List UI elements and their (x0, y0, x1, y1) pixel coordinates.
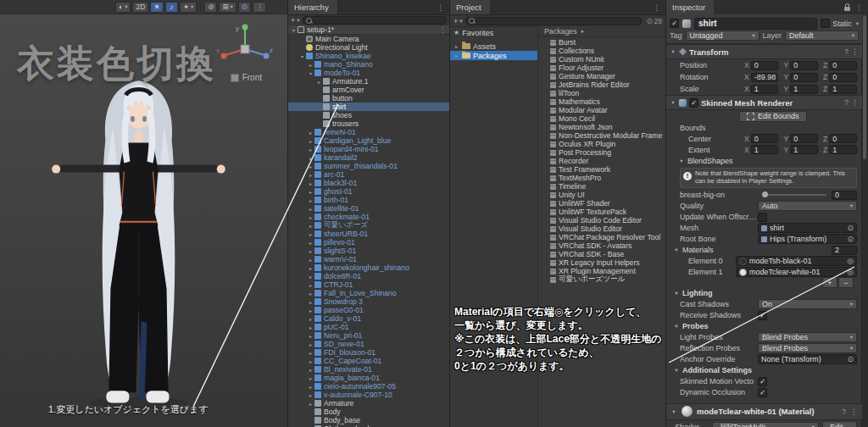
skinned-mesh-renderer-header[interactable]: ▾ Skinned Mesh Renderer ? ⋮ (666, 95, 862, 110)
package-item-Recorder[interactable]: Recorder (538, 157, 665, 165)
dynamic-occlusion-checkbox[interactable] (758, 388, 767, 397)
folder-packages[interactable]: ▸ Packages (450, 51, 537, 60)
foldout-arrow-icon[interactable]: ▸ (307, 257, 314, 263)
foldout-arrow-icon[interactable]: ▾ (298, 53, 306, 59)
foldout-arrow-icon[interactable]: ▸ (307, 164, 314, 169)
hierarchy-item-Body_base[interactable]: Body_base (288, 416, 449, 424)
draw-mode-dropdown[interactable]: ◐▾ (115, 2, 131, 13)
foldout-arrow-icon[interactable]: ▸ (307, 274, 314, 280)
package-item-Floor Adjuster[interactable]: Floor Adjuster (538, 64, 665, 72)
materials-count-field[interactable]: 2 (832, 246, 857, 255)
foldout-arrow-icon[interactable]: ▸ (453, 43, 459, 49)
foldout-arrow-icon[interactable]: ▸ (307, 197, 314, 203)
hierarchy-item-v-autunnale-C907-10[interactable]: ▸v-autunnale-C907-10 (288, 391, 449, 399)
hierarchy-item-pUC-01[interactable]: ▸pUC-01 (288, 323, 449, 331)
foldout-arrow-icon[interactable]: ▸ (307, 130, 314, 136)
foldout-arrow-icon[interactable]: ▾ (307, 70, 314, 76)
package-item-Unity UI[interactable]: Unity UI (538, 191, 665, 199)
package-item-Timeline[interactable]: Timeline (538, 182, 665, 191)
package-item-lilToon[interactable]: lilToon (538, 89, 665, 97)
scale-x-field[interactable]: 1 (751, 85, 779, 94)
light-probes-dropdown[interactable]: Blend Probes▾ (758, 332, 857, 342)
foldout-arrow-icon[interactable]: ▸ (307, 172, 314, 178)
foldout-arrow-icon[interactable]: ▸ (307, 299, 314, 305)
extent-x-field[interactable]: 1 (751, 145, 779, 154)
element-0-object-picker[interactable]: ◎ (847, 257, 854, 265)
shader-edit-button[interactable]: Edit... (822, 421, 857, 427)
scene-options-icon[interactable]: ⋮ (439, 26, 449, 34)
hierarchy-item-satellite-01[interactable]: ▸satellite-01 (288, 204, 449, 213)
hierarchy-item-Snowdrop 3[interactable]: ▸Snowdrop 3 (288, 297, 449, 306)
package-item-Test Framework[interactable]: Test Framework (538, 165, 665, 174)
hierarchy-item-FDI_blouson-01[interactable]: ▸FDI_blouson-01 (288, 348, 449, 357)
package-item-Mono Cecil[interactable]: Mono Cecil (538, 114, 665, 123)
foldout-arrow-icon[interactable]: ▸ (307, 308, 314, 313)
hierarchy-search-input[interactable] (303, 16, 447, 25)
project-search-input[interactable] (465, 17, 643, 25)
hierarchy-item-Shinano_kisekae[interactable]: ▾Shinano_kisekae (288, 52, 449, 60)
foldout-arrow-icon[interactable]: ▸ (307, 265, 314, 271)
position-y-field[interactable]: 0 (790, 61, 818, 70)
foldout-arrow-icon[interactable]: ▸ (307, 62, 314, 68)
foldout-arrow-icon[interactable]: ▾ (673, 323, 680, 330)
static-checkbox[interactable] (821, 19, 830, 28)
hierarchy-item-Cardigan_Light_blue[interactable]: ▸Cardigan_Light_blue (288, 136, 449, 145)
folder-assets[interactable]: ▸ Assets (450, 42, 537, 51)
foldout-arrow-icon[interactable]: ▸ (307, 223, 314, 229)
hierarchy-item-leopard4-mini-01[interactable]: ▸leopard4-mini-01 (288, 145, 449, 153)
slider-knob[interactable] (762, 191, 768, 197)
effects-dropdown-icon[interactable]: ✦▾ (180, 2, 197, 13)
center-z-field[interactable]: 0 (829, 134, 857, 143)
package-item-TextMeshPro[interactable]: TextMeshPro (538, 174, 665, 182)
add-material-button[interactable]: + (822, 277, 837, 288)
foldout-arrow-icon[interactable]: ▸ (307, 316, 314, 322)
active-checkbox[interactable] (670, 19, 679, 28)
package-item-Oculus XR Plugin[interactable]: Oculus XR Plugin (538, 140, 665, 148)
mesh-object-field[interactable]: shirt ⊙ (758, 223, 857, 233)
scrollbar-thumb[interactable] (863, 15, 866, 159)
hierarchy-item-passeG0-01[interactable]: ▸passeG0-01 (288, 306, 449, 314)
panel-menu-icon[interactable]: ⋮ (437, 3, 444, 12)
tab-hierarchy[interactable]: Hierarchy (288, 0, 338, 14)
hierarchy-item-slightS-01[interactable]: ▸slightS-01 (288, 247, 449, 255)
create-button[interactable]: +▾ (291, 16, 300, 25)
package-item-Visual Studio Code Editor[interactable]: Visual Studio Code Editor (538, 216, 665, 225)
hierarchy-item-Body[interactable]: Body (288, 408, 449, 416)
tab-inspector[interactable]: Inspector (666, 0, 715, 14)
audio-toggle-icon[interactable]: ♪ (165, 2, 178, 13)
hierarchy-item-black3l-01[interactable]: ▸black3l-01 (288, 179, 449, 187)
foldout-arrow-icon[interactable]: ▸ (453, 53, 459, 58)
gizmo-front-label[interactable]: Front (231, 73, 262, 82)
receive-shadows-checkbox[interactable] (758, 311, 767, 320)
lighting-foldout[interactable]: ▾ Lighting (666, 288, 862, 299)
hierarchy-item-arc-01[interactable]: ▸arc-01 (288, 170, 449, 179)
foldout-arrow-icon[interactable]: ▸ (307, 392, 314, 398)
hierarchy-item-CTRJ-01[interactable]: ▸CTRJ-01 (288, 280, 449, 289)
probes-foldout[interactable]: ▾ Probes (666, 321, 862, 332)
extent-y-field[interactable]: 1 (790, 145, 818, 154)
hierarchy-item-karandail2[interactable]: ▸karandail2 (288, 153, 449, 162)
package-item-Burst[interactable]: Burst (538, 38, 665, 47)
hierarchy-item-reineN-01[interactable]: ▸reineN-01 (288, 128, 449, 136)
object-picker-icon[interactable]: ⊙ (847, 235, 854, 243)
hierarchy-item-dolce8R-01[interactable]: ▸dolce8R-01 (288, 272, 449, 280)
2d-toggle[interactable]: 2D (132, 2, 148, 13)
hierarchy-item-warmV-01[interactable]: ▸warmV-01 (288, 255, 449, 263)
package-item-Newtonsoft Json[interactable]: Newtonsoft Json (538, 123, 665, 131)
remove-material-button[interactable]: − (838, 277, 854, 288)
skinned-motion-vectors-checkbox[interactable] (758, 377, 767, 386)
blendshapes-foldout[interactable]: ▾ BlendShapes (666, 155, 862, 166)
hierarchy-item-ghost-01[interactable]: ▸ghost-01 (288, 187, 449, 196)
component-menu-icon[interactable]: ⋮ (851, 98, 859, 107)
foldout-arrow-icon[interactable]: ▸ (307, 341, 314, 347)
foldout-arrow-icon[interactable]: ▾ (673, 247, 680, 253)
position-x-field[interactable]: 0 (751, 61, 779, 70)
update-offscreen-checkbox[interactable] (758, 213, 767, 222)
tag-dropdown[interactable]: Untagged▾ (686, 30, 760, 41)
center-x-field[interactable]: 0 (751, 134, 779, 143)
hierarchy-item-magia_bianca-01[interactable]: ▸magia_bianca-01 (288, 374, 449, 382)
foldout-arrow-icon[interactable]: ▸ (307, 147, 314, 152)
blendshape-value-field[interactable]: 0 (832, 191, 857, 200)
object-picker-icon[interactable]: ⊙ (847, 355, 854, 363)
hierarchy-item-pillevo-01[interactable]: ▸pillevo-01 (288, 238, 449, 247)
